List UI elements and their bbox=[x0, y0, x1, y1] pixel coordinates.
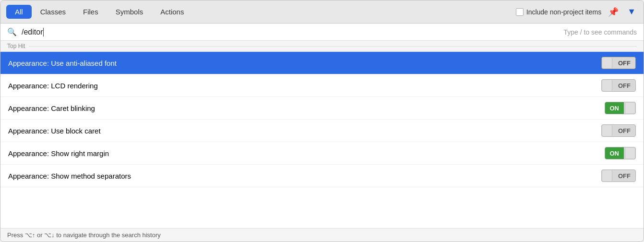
pin-icon[interactable]: 📌 bbox=[606, 5, 620, 19]
tab-bar: All Classes Files Symbols Actions Includ… bbox=[0, 0, 644, 24]
include-non-project-text: Include non-project items bbox=[526, 8, 601, 16]
result-label-2: Appearance: Caret blinking bbox=[8, 104, 605, 112]
tab-all[interactable]: All bbox=[6, 5, 32, 19]
result-item-5[interactable]: Appearance: Show method separators OFF bbox=[0, 165, 644, 187]
search-hint: Type / to see commands bbox=[563, 28, 637, 36]
toggle-off-label-3: OFF bbox=[613, 125, 635, 136]
result-label-1: Appearance: LCD rendering bbox=[8, 82, 601, 90]
toggle-off-label-1: OFF bbox=[613, 80, 635, 91]
section-header: Top Hit bbox=[0, 41, 644, 52]
toggle-5[interactable]: OFF bbox=[601, 169, 636, 182]
toggle-0[interactable]: OFF bbox=[601, 57, 636, 69]
toggle-1[interactable]: OFF bbox=[601, 79, 636, 92]
toggle-knob-5 bbox=[603, 170, 612, 181]
status-text: Press ⌥↑ or ⌥↓ to navigate through the s… bbox=[7, 231, 161, 239]
toggle-on-label-2: ON bbox=[605, 102, 624, 114]
result-label-5: Appearance: Show method separators bbox=[8, 172, 601, 180]
result-label-4: Appearance: Show right margin bbox=[8, 149, 605, 157]
include-non-project-checkbox[interactable] bbox=[516, 8, 524, 16]
tab-files[interactable]: Files bbox=[74, 5, 107, 19]
search-icon: 🔍 bbox=[7, 27, 17, 36]
search-input[interactable]: /editor bbox=[22, 28, 559, 36]
toggle-knob-1 bbox=[603, 80, 612, 91]
toggle-knob-3 bbox=[603, 125, 612, 136]
toggle-off-label-0: OFF bbox=[613, 57, 635, 69]
tab-symbols[interactable]: Symbols bbox=[107, 5, 152, 19]
tab-actions[interactable]: Actions bbox=[152, 5, 192, 19]
section-label: Top Hit bbox=[7, 43, 25, 49]
header-right: Include non-project items 📌 ▼ bbox=[516, 5, 638, 19]
toggle-4[interactable]: ON bbox=[605, 147, 636, 159]
result-label-3: Appearance: Use block caret bbox=[8, 127, 601, 135]
include-non-project-label[interactable]: Include non-project items bbox=[516, 8, 601, 16]
result-item-1[interactable]: Appearance: LCD rendering OFF bbox=[0, 74, 644, 97]
toggle-knob-0 bbox=[603, 58, 612, 68]
toggle-off-label-5: OFF bbox=[613, 170, 635, 182]
result-list: Appearance: Use anti-aliased font OFF Ap… bbox=[0, 52, 644, 228]
search-cursor bbox=[43, 28, 44, 36]
filter-icon[interactable]: ▼ bbox=[625, 5, 638, 19]
result-item-4[interactable]: Appearance: Show right margin ON bbox=[0, 142, 644, 165]
toggle-2[interactable]: ON bbox=[605, 102, 636, 114]
toggle-knob-2 bbox=[625, 103, 634, 113]
status-bar: Press ⌥↑ or ⌥↓ to navigate through the s… bbox=[0, 228, 644, 242]
tab-classes[interactable]: Classes bbox=[32, 5, 74, 19]
search-bar: 🔍 /editor Type / to see commands bbox=[0, 24, 644, 41]
toggle-knob-4 bbox=[625, 148, 634, 158]
result-item-0[interactable]: Appearance: Use anti-aliased font OFF bbox=[0, 52, 644, 74]
result-label-0: Appearance: Use anti-aliased font bbox=[8, 59, 601, 67]
search-query-text: /editor bbox=[22, 28, 43, 36]
toggle-3[interactable]: OFF bbox=[601, 124, 636, 137]
toggle-on-label-4: ON bbox=[605, 147, 624, 159]
result-item-3[interactable]: Appearance: Use block caret OFF bbox=[0, 120, 644, 142]
result-item-2[interactable]: Appearance: Caret blinking ON bbox=[0, 97, 644, 120]
